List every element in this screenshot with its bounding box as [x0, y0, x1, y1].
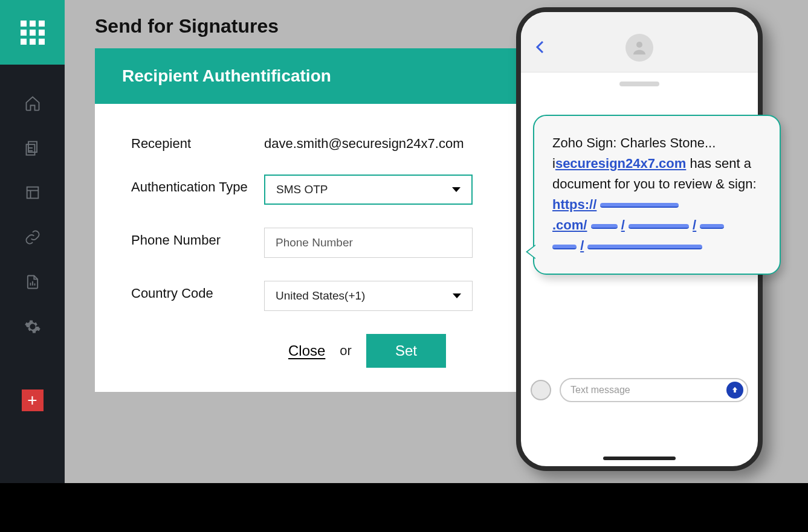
text-message-input[interactable]: Text message	[560, 378, 748, 402]
home-icon[interactable]	[24, 95, 41, 112]
camera-icon[interactable]	[531, 380, 551, 400]
chevron-down-icon	[452, 187, 461, 192]
link-icon[interactable]	[24, 229, 41, 246]
text-message-placeholder: Text message	[570, 385, 630, 396]
chevron-down-icon	[453, 293, 461, 298]
home-indicator	[603, 457, 676, 460]
set-button[interactable]: Set	[366, 334, 446, 368]
recipient-auth-modal: Recipient Authentification Recepient dav…	[95, 48, 518, 392]
phone-input[interactable]	[264, 228, 473, 258]
auth-type-label: Authentication Type	[131, 175, 264, 195]
close-button[interactable]: Close	[288, 342, 325, 359]
svg-rect-1	[26, 144, 34, 155]
new-button[interactable]: +	[22, 389, 44, 411]
auth-type-value: SMS OTP	[276, 183, 328, 196]
msg-url-link[interactable]: https://	[552, 197, 596, 212]
send-icon[interactable]	[726, 382, 743, 399]
sidebar: +	[0, 0, 65, 483]
msg-domain-link[interactable]: securesign24x7.com	[555, 156, 686, 171]
auth-type-select[interactable]: SMS OTP	[264, 175, 473, 205]
phone-label: Phone Number	[131, 228, 264, 248]
phone-back-icon[interactable]	[535, 39, 544, 58]
country-select[interactable]: United States(+1)	[264, 281, 473, 311]
recipient-label: Recepient	[131, 131, 264, 152]
country-value: United States(+1)	[276, 289, 365, 303]
grid-icon	[21, 21, 45, 45]
contact-avatar-icon	[625, 34, 653, 62]
svg-point-10	[636, 42, 642, 48]
reports-icon[interactable]	[24, 274, 41, 290]
svg-rect-4	[27, 187, 38, 199]
sms-message: Zoho Sign: Charles Stone... isecuresign2…	[533, 115, 781, 275]
recipient-value: dave.smith@securesign24x7.com	[264, 131, 482, 152]
msg-text: Zoho Sign: Charles Stone... isecuresign2…	[552, 135, 757, 253]
templates-icon[interactable]	[24, 184, 41, 201]
documents-icon[interactable]	[24, 139, 41, 156]
or-text: or	[340, 343, 352, 359]
modal-title: Recipient Authentification	[95, 48, 518, 104]
phone-mockup: Zoho Sign: Charles Stone... isecuresign2…	[516, 7, 763, 471]
app-switcher[interactable]	[0, 0, 65, 65]
settings-icon[interactable]	[24, 318, 41, 335]
country-label: Country Code	[131, 281, 264, 301]
